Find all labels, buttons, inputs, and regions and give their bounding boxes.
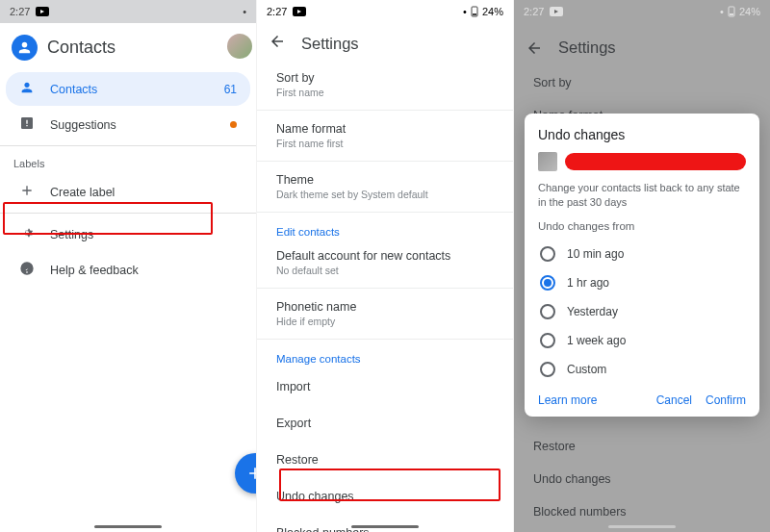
nav-suggestions-label: Suggestions (50, 118, 116, 132)
row-theme[interactable]: Theme Dark theme set by System default (257, 165, 513, 208)
row-blocked-numbers[interactable]: Blocked numbers (257, 515, 513, 532)
clock: 2:27 (524, 6, 544, 17)
divider (257, 212, 513, 213)
divider (257, 339, 513, 340)
dialog-sublabel: Undo changes from (538, 220, 746, 232)
person-icon (19, 80, 35, 98)
undo-changes-dialog-screen: Settings Sort by Name format Restore Und… (513, 0, 770, 532)
clock: 2:27 (10, 6, 30, 17)
dialog-title: Undo changes (538, 127, 746, 142)
radio-icon (540, 362, 555, 377)
nav-help[interactable]: Help & feedback (6, 253, 250, 287)
radio-icon (540, 333, 555, 348)
undo-changes-dialog: Undo changes Change your contacts list b… (525, 114, 759, 417)
youtube-icon (293, 7, 306, 16)
cancel-button[interactable]: Cancel (656, 393, 692, 407)
row-undo-changes[interactable]: Undo changes (257, 478, 513, 515)
radio-10min[interactable]: 10 min ago (538, 240, 746, 268)
gesture-bar (608, 525, 676, 528)
redacted-email (565, 153, 746, 170)
labels-header: Labels (0, 150, 256, 173)
row-sort-by[interactable]: Sort by First name (257, 63, 513, 106)
battery-pct: 24% (482, 6, 503, 17)
nav-contacts-label: Contacts (50, 83, 97, 96)
battery-pct: 24% (739, 6, 760, 17)
suggestions-badge-dot (230, 121, 237, 128)
radio-label: 1 hr ago (567, 276, 609, 290)
suggestions-icon (19, 115, 35, 134)
row-name-format[interactable]: Name format First name first (257, 114, 513, 157)
row-subtitle: Hide if empty (276, 316, 494, 327)
radio-yesterday[interactable]: Yesterday (538, 297, 746, 326)
clock: 2:27 (267, 6, 287, 17)
status-bar: 2:27 • 24% (514, 0, 770, 23)
settings-title: Settings (301, 35, 359, 53)
row-import[interactable]: Import (257, 368, 513, 405)
settings-screen: 2:27 • 24% Settings Sort by First name N… (256, 0, 513, 532)
radio-1week[interactable]: 1 week ago (538, 326, 746, 355)
more-dot: • (720, 6, 724, 17)
battery-icon (471, 6, 478, 17)
radio-label: Yesterday (567, 305, 618, 318)
row-title: Default account for new contacts (276, 249, 494, 263)
divider (0, 145, 256, 146)
back-button[interactable] (269, 33, 286, 54)
row-title: Phonetic name (276, 300, 494, 314)
row-default-account[interactable]: Default account for new contacts No defa… (257, 241, 513, 284)
row-title: Sort by (276, 71, 494, 85)
learn-more-link[interactable]: Learn more (538, 393, 597, 407)
radio-label: 10 min ago (567, 247, 624, 261)
drawer-title: Contacts (47, 38, 116, 58)
nav-settings-label: Settings (50, 228, 93, 241)
gear-icon (19, 225, 35, 243)
nav-settings[interactable]: Settings (6, 217, 250, 251)
nav-suggestions[interactable]: Suggestions (6, 108, 250, 141)
row-subtitle: First name (276, 87, 494, 98)
divider (0, 213, 256, 214)
radio-label: 1 week ago (567, 334, 626, 347)
radio-icon-selected (540, 275, 555, 291)
dialog-actions: Learn more Cancel Confirm (538, 393, 746, 407)
help-icon (19, 261, 35, 279)
row-restore[interactable]: Restore (257, 442, 513, 478)
row-export[interactable]: Export (257, 405, 513, 442)
row-subtitle: No default set (276, 265, 494, 276)
radio-icon (540, 246, 555, 262)
nav-create-label[interactable]: Create label (6, 175, 250, 209)
youtube-icon (36, 7, 49, 16)
settings-header: Settings (257, 23, 513, 63)
profile-avatar[interactable] (227, 34, 252, 59)
svg-rect-3 (730, 13, 733, 15)
divider (257, 110, 513, 111)
confirm-button[interactable]: Confirm (706, 393, 746, 407)
row-title: Theme (276, 173, 494, 187)
nav-create-label-text: Create label (50, 186, 115, 199)
plus-icon (19, 183, 35, 201)
dialog-description: Change your contacts list back to any st… (538, 181, 746, 211)
drawer-header: Contacts (0, 23, 256, 70)
nav-contacts-count: 61 (224, 83, 237, 96)
svg-rect-1 (473, 13, 476, 15)
radio-icon (540, 304, 555, 319)
youtube-icon (550, 7, 563, 16)
account-avatar (538, 152, 557, 171)
account-row[interactable] (538, 152, 746, 171)
nav-contacts[interactable]: Contacts 61 (6, 72, 250, 106)
row-title: Name format (276, 122, 494, 136)
status-bar: 2:27 • (0, 0, 256, 23)
contacts-app-icon (12, 35, 38, 61)
radio-label: Custom (567, 363, 606, 376)
nav-help-label: Help & feedback (50, 264, 139, 277)
section-manage-contacts: Manage contacts (257, 343, 513, 368)
more-dot: • (243, 6, 246, 17)
radio-1hr[interactable]: 1 hr ago (538, 268, 746, 297)
battery-icon (728, 6, 735, 17)
section-edit-contacts: Edit contacts (257, 216, 513, 241)
radio-custom[interactable]: Custom (538, 355, 746, 384)
row-subtitle: Dark theme set by System default (276, 189, 494, 200)
more-dot: • (463, 6, 467, 17)
row-subtitle: First name first (276, 138, 494, 149)
row-phonetic-name[interactable]: Phonetic name Hide if empty (257, 292, 513, 335)
gesture-bar (351, 525, 419, 528)
fab-add-contact[interactable] (235, 453, 256, 494)
